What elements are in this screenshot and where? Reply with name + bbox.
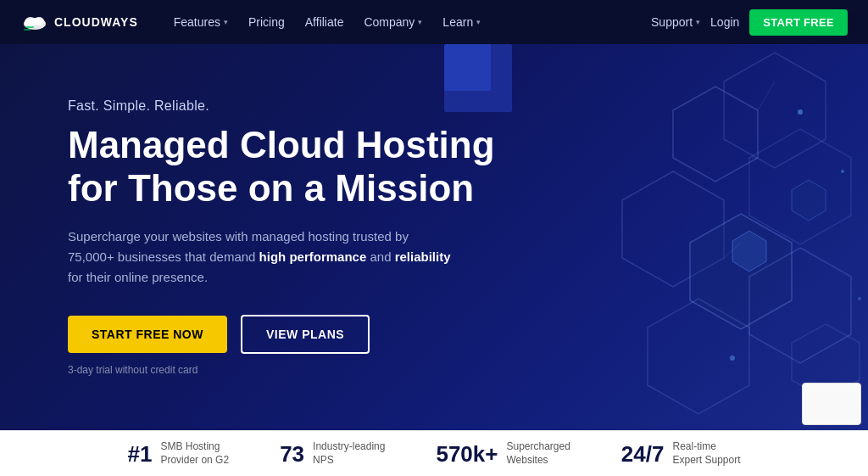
hero-buttons: START FREE NOW VIEW PLANS — [68, 315, 495, 354]
svg-marker-6 — [724, 53, 826, 168]
stat-desc-support: Real-timeExpert Support — [672, 440, 740, 467]
svg-marker-14 — [792, 180, 826, 221]
svg-point-17 — [730, 356, 735, 361]
stats-bar: #1 SMB HostingProvider on G2 73 Industry… — [0, 430, 868, 476]
captcha-widget — [802, 383, 861, 425]
trial-text: 3-day trial without credit card — [68, 364, 495, 376]
logo-text: CLOUDWAYS — [54, 15, 138, 29]
nav-item-features[interactable]: Features ▾ — [165, 10, 236, 34]
logo[interactable]: CLOUDWAYS — [20, 12, 138, 32]
logo-icon — [20, 12, 49, 32]
chevron-down-icon: ▾ — [476, 18, 481, 26]
start-free-button[interactable]: START FREE — [749, 9, 848, 36]
svg-point-15 — [798, 109, 803, 115]
stat-item-rank: #1 SMB HostingProvider on G2 — [127, 440, 229, 467]
hero-subtitle: Fast. Simple. Reliable. — [68, 98, 495, 114]
nav-right: Support ▾ Login START FREE — [651, 9, 848, 36]
support-link[interactable]: Support ▾ — [651, 15, 700, 29]
hex-decoration — [444, 44, 868, 430]
stat-desc-websites: SuperchargedWebsites — [506, 440, 570, 467]
stat-desc-nps: Industry-leadingNPS — [313, 440, 385, 467]
view-plans-button[interactable]: VIEW PLANS — [241, 315, 370, 354]
stat-item-websites: 570k+ SuperchargedWebsites — [436, 440, 570, 467]
svg-rect-3 — [25, 26, 34, 28]
login-link[interactable]: Login — [710, 15, 739, 29]
chevron-down-icon: ▾ — [418, 18, 422, 26]
stat-number-websites: 570k+ — [436, 443, 498, 465]
navbar: CLOUDWAYS Features ▾ Pricing Affiliate C… — [0, 0, 868, 44]
svg-point-16 — [841, 170, 844, 173]
stat-number-rank: #1 — [127, 443, 152, 465]
nav-item-learn[interactable]: Learn ▾ — [434, 10, 489, 34]
svg-rect-4 — [24, 29, 31, 31]
svg-marker-5 — [673, 87, 758, 182]
nav-item-company[interactable]: Company ▾ — [355, 10, 431, 34]
nav-item-affiliate[interactable]: Affiliate — [297, 10, 353, 34]
hero-section: Fast. Simple. Reliable. Managed Cloud Ho… — [0, 44, 868, 430]
start-free-now-button[interactable]: START FREE NOW — [68, 316, 227, 353]
nav-links: Features ▾ Pricing Affiliate Company ▾ L… — [165, 10, 651, 34]
stat-desc-rank: SMB HostingProvider on G2 — [160, 440, 229, 467]
chevron-down-icon: ▾ — [224, 18, 228, 26]
svg-line-19 — [758, 81, 775, 110]
hero-content: Fast. Simple. Reliable. Managed Cloud Ho… — [68, 98, 495, 376]
stat-number-support: 24/7 — [621, 443, 665, 465]
stat-number-nps: 73 — [280, 443, 304, 465]
hero-description: Supercharge your websites with managed h… — [68, 227, 458, 288]
svg-rect-23 — [444, 44, 491, 91]
stat-item-support: 24/7 Real-timeExpert Support — [621, 440, 741, 467]
svg-point-18 — [858, 297, 861, 300]
nav-item-pricing[interactable]: Pricing — [240, 10, 293, 34]
hero-title: Managed Cloud Hostingfor Those on a Miss… — [68, 124, 495, 210]
svg-point-2 — [34, 17, 44, 25]
stat-item-nps: 73 Industry-leadingNPS — [280, 440, 385, 467]
chevron-down-icon: ▾ — [696, 18, 700, 26]
